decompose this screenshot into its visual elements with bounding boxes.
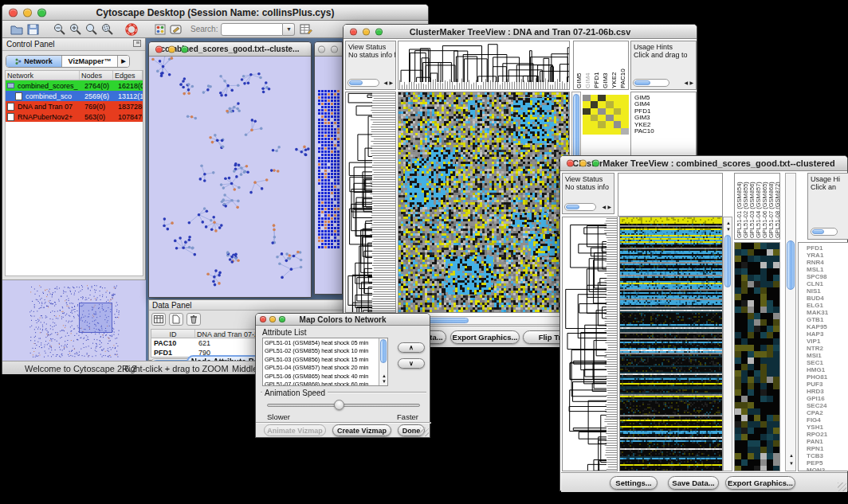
gene-label[interactable]: VIP1	[807, 338, 848, 345]
gene-label[interactable]: RPO21	[807, 431, 848, 438]
scrollbar-thumb[interactable]	[380, 339, 387, 363]
network-view-2-title-bar[interactable]	[315, 42, 342, 57]
scroll-down-icon[interactable]: ▼	[789, 461, 794, 466]
gene-label[interactable]: HMG1	[807, 366, 848, 373]
attribute-list-item[interactable]: GPL51-03 (GSM856) heat shock 15 min	[265, 356, 387, 364]
column-label[interactable]: YKE2	[610, 42, 619, 88]
zoom-window-icon[interactable]	[375, 28, 383, 35]
annotation-icon[interactable]	[168, 22, 184, 37]
matrix-cell[interactable]	[621, 108, 629, 115]
scroll-up-icon[interactable]: ▲	[726, 221, 731, 225]
zoom-in-icon[interactable]	[68, 22, 84, 37]
matrix-cell[interactable]	[591, 121, 599, 127]
network-view-title-bar[interactable]: combined_scores_good.txt--cluste...	[149, 42, 311, 57]
float-panel-icon[interactable]	[133, 40, 141, 49]
matrix-cell[interactable]	[614, 128, 622, 135]
save-data-button[interactable]: Save Data...	[668, 476, 719, 490]
matrix-cell[interactable]	[606, 115, 614, 121]
create-vizmap-button[interactable]: Create Vizmap	[332, 424, 391, 436]
move-up-button[interactable]: ∧	[398, 342, 425, 353]
matrix-cell[interactable]	[598, 101, 606, 107]
save-icon[interactable]	[25, 22, 41, 37]
close-icon[interactable]	[567, 160, 574, 167]
tab-vizmapper[interactable]: VizMapper™	[62, 56, 118, 67]
gene-label[interactable]: YSH1	[807, 424, 848, 431]
gene-label[interactable]: TCB3	[807, 452, 848, 459]
scroll-up-icon[interactable]: ▲	[382, 373, 387, 378]
column-label[interactable]: GPL51-07 (GSM868)	[768, 174, 774, 238]
gene-label[interactable]: RPN1	[807, 445, 848, 452]
hints-scrollbar[interactable]	[633, 79, 669, 87]
gene-label[interactable]: PUF3	[807, 381, 848, 388]
window-controls[interactable]	[9, 8, 46, 17]
scroll-right-icon[interactable]: ▶	[389, 80, 393, 85]
column-dendrogram-canvas[interactable]	[398, 41, 569, 89]
tv1-heatmap[interactable]	[398, 92, 570, 313]
scroll-left-icon[interactable]: ◀	[383, 80, 387, 85]
matrix-cell[interactable]	[614, 101, 622, 107]
column-label[interactable]: GIM5	[575, 42, 584, 88]
gene-label[interactable]: GTB1	[807, 316, 848, 323]
gene-label[interactable]: MSI1	[807, 352, 848, 359]
matrix-cell[interactable]	[591, 95, 599, 101]
matrix-cell[interactable]	[606, 128, 614, 135]
minimize-icon[interactable]	[168, 45, 175, 53]
minimize-icon[interactable]	[269, 316, 276, 322]
minimize-icon[interactable]	[331, 45, 338, 53]
tv1-zoom-matrix[interactable]	[583, 95, 629, 135]
gene-label[interactable]: HAP3	[807, 330, 848, 338]
attribute-browser-icon[interactable]	[298, 22, 314, 37]
attribute-list-item[interactable]: GPL51-07 (GSM868) heat shock 60 min	[265, 381, 387, 386]
birdseye-canvas[interactable]	[2, 280, 144, 360]
close-icon[interactable]	[318, 45, 325, 53]
tv1-column-dendrogram[interactable]	[398, 41, 570, 90]
zoom-window-icon[interactable]	[279, 316, 285, 322]
network-tree-row[interactable]: combined_sco 2569(6) 13112(15)	[6, 91, 143, 101]
new-attribute-icon[interactable]	[169, 313, 183, 326]
gene-label[interactable]: YRA1	[807, 252, 848, 259]
scrollbar-thumb[interactable]	[787, 240, 795, 290]
matrix-cell[interactable]	[614, 115, 622, 121]
matrix-cell[interactable]	[621, 101, 629, 107]
attribute-list-item[interactable]: GPL51-06 (GSM865) heat shock 40 min	[265, 373, 387, 381]
gene-label[interactable]: PEP5	[807, 459, 848, 467]
scroll-left-icon[interactable]: ◀	[684, 80, 688, 85]
slider-thumb[interactable]	[334, 400, 344, 410]
gene-label[interactable]: MAK31	[807, 309, 848, 316]
gene-label[interactable]: SPC98	[807, 273, 848, 280]
attribute-list-item[interactable]: GPL51-04 (GSM857) heat shock 20 min	[265, 364, 387, 372]
gene-label[interactable]: MON2	[807, 467, 848, 471]
close-icon[interactable]	[155, 45, 163, 53]
matrix-cell[interactable]	[583, 101, 591, 107]
list-scrollbar[interactable]: ▲ ▼	[379, 338, 387, 385]
delete-attribute-icon[interactable]	[186, 313, 201, 326]
gene-label[interactable]: BUD4	[807, 295, 848, 302]
settings-button[interactable]: Settings...	[610, 476, 658, 490]
column-label[interactable]: GPL51-08 (GSM872)	[774, 174, 780, 238]
matrix-cell[interactable]	[621, 95, 629, 101]
main-title-bar[interactable]: Cytoscape Desktop (Session Name: collins…	[2, 5, 428, 21]
zoom-selected-icon[interactable]	[100, 22, 116, 37]
minimize-icon[interactable]	[23, 8, 32, 17]
tv2-row-dendrogram[interactable]	[562, 217, 618, 471]
gene-label[interactable]: PFD1	[807, 244, 848, 252]
status-scrollbar[interactable]	[347, 79, 379, 87]
matrix-cell[interactable]	[606, 121, 614, 127]
network-canvas-2[interactable]	[318, 90, 340, 249]
chevron-down-icon[interactable]: ▼	[283, 23, 295, 36]
treeview1-title-bar[interactable]: ClusterMaker TreeView : DNA and Tran 07-…	[344, 25, 697, 39]
birdseye-panel[interactable]	[2, 279, 146, 361]
export-graphics-button[interactable]: Export Graphics...	[725, 476, 795, 490]
heatmap-canvas[interactable]	[620, 217, 722, 471]
scrollbar-thumb[interactable]	[724, 235, 731, 287]
treeview1-window-controls[interactable]	[350, 28, 383, 35]
matrix-cell[interactable]	[614, 95, 622, 101]
matrix-cell[interactable]	[598, 95, 606, 101]
gene-label[interactable]: SEC24	[807, 402, 848, 409]
zoom-heatmap-canvas[interactable]	[735, 243, 779, 471]
matrix-cell[interactable]	[598, 115, 606, 121]
column-label[interactable]: GPL51-02 (GSM855)	[742, 174, 748, 238]
matrix-cell[interactable]	[583, 128, 591, 135]
dialog-title-bar[interactable]: Map Colors to Network	[256, 314, 430, 326]
resize-grip[interactable]	[420, 428, 429, 436]
